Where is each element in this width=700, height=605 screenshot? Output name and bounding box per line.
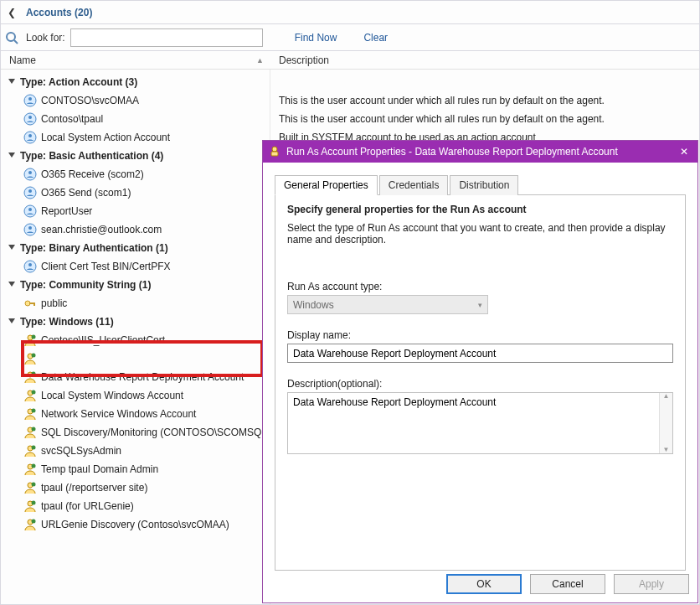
account-row[interactable]: tpaul (/reportserver site)	[1, 478, 270, 497]
run-as-type-value: Windows	[293, 299, 334, 311]
svg-point-39	[32, 446, 36, 450]
page-title: Accounts (20)	[23, 7, 92, 18]
account-icon	[23, 406, 38, 421]
account-icon	[23, 185, 38, 200]
svg-marker-25	[8, 318, 15, 323]
svg-point-6	[28, 116, 32, 119]
column-header-name[interactable]: Name ▲	[1, 54, 270, 66]
svg-point-37	[32, 427, 36, 432]
account-row[interactable]: O365 Send (scom1)	[1, 184, 270, 202]
account-label: tpaul (/reportserver site)	[41, 482, 147, 494]
tab-distribution[interactable]: Distribution	[450, 175, 518, 195]
account-row[interactable]: Contoso\tpaul	[1, 110, 270, 128]
account-row[interactable]: Local System Windows Account	[1, 386, 270, 405]
group-row[interactable]: Type: Binary Authentication (1)	[1, 239, 270, 257]
account-row[interactable]: URLGenie Discovery (Contoso\svcOMAA)	[1, 515, 270, 534]
search-bar: Look for: Find Now Clear	[1, 24, 699, 51]
account-row[interactable]: SQL Discovery/Monitoring (CONTOSO\SCOMSQ…	[1, 423, 270, 442]
column-header-description[interactable]: Description	[270, 54, 329, 66]
group-row[interactable]: Type: Action Account (3)	[1, 73, 270, 91]
account-row[interactable]: public	[1, 294, 270, 313]
tab-general-properties[interactable]: General Properties	[275, 175, 378, 195]
svg-marker-18	[8, 245, 15, 250]
svg-point-35	[32, 409, 36, 413]
account-row[interactable]: O365 Receive (scom2)	[1, 165, 270, 184]
account-row[interactable]: ReportUser	[1, 202, 270, 220]
svg-line-1	[14, 40, 18, 44]
search-icon	[4, 30, 19, 45]
account-row[interactable]: sean.christie@outlook.com	[1, 220, 270, 239]
account-icon	[23, 499, 38, 514]
account-row[interactable]: Network Service Windows Account	[1, 405, 270, 423]
account-row[interactable]: Client Cert Test BIN/CertPFX	[1, 257, 270, 276]
desc-cell	[270, 73, 699, 91]
description-textarea[interactable]: Data Warehouse Report Deployment Account…	[287, 392, 673, 454]
account-row[interactable]: Local System Action Account	[1, 128, 270, 147]
search-input[interactable]	[70, 28, 263, 47]
account-label: Local System Action Account	[41, 132, 170, 143]
textarea-scrollbar[interactable]: ▲ ▼	[659, 393, 672, 453]
account-label: Client Cert Test BIN/CertPFX	[41, 261, 171, 272]
svg-point-33	[32, 390, 36, 395]
expand-caret-icon	[8, 77, 18, 87]
account-icon	[23, 388, 38, 403]
dialog-tabs: General Properties Credentials Distribut…	[275, 174, 686, 195]
account-icon	[23, 462, 38, 477]
svg-point-17	[28, 226, 32, 230]
account-row[interactable]: CONTOSO\svcOMAA	[1, 91, 270, 110]
close-icon: ✕	[680, 146, 688, 158]
svg-point-13	[28, 189, 32, 193]
dialog-close-button[interactable]: ✕	[671, 141, 697, 163]
account-row[interactable]: Temp tpaul Domain Admin	[1, 460, 270, 478]
cancel-button[interactable]: Cancel	[530, 574, 605, 594]
account-label: SQL Discovery/Monitoring (CONTOSO\SCOMSQ…	[41, 427, 270, 438]
panel-heading: Specify general properties for the Run A…	[287, 204, 673, 215]
svg-point-11	[28, 171, 32, 174]
highlight-annotation	[21, 340, 264, 377]
lookfor-label: Look for:	[24, 32, 65, 44]
svg-point-41	[32, 464, 36, 468]
run-as-account-properties-dialog: Run As Account Properties - Data Warehou…	[262, 140, 698, 603]
panel-helper-text: Select the type of Run As account that y…	[287, 222, 673, 246]
clear-button[interactable]: Clear	[357, 32, 394, 44]
account-icon	[23, 259, 38, 274]
tab-credentials[interactable]: Credentials	[379, 175, 449, 195]
group-label: Type: Windows (11)	[20, 316, 114, 328]
group-row[interactable]: Type: Windows (11)	[1, 313, 270, 331]
run-as-type-label: Run As account type:	[287, 281, 673, 292]
svg-marker-21	[8, 282, 15, 287]
display-name-label: Display name:	[287, 329, 673, 341]
account-label: public	[41, 297, 67, 309]
display-name-input[interactable]	[287, 344, 673, 363]
account-icon	[23, 443, 38, 458]
group-label: Type: Action Account (3)	[20, 76, 137, 88]
column-header-row: Name ▲ Description	[1, 51, 699, 70]
title-text: Accounts	[26, 7, 72, 18]
back-button[interactable]: ❮	[1, 1, 23, 24]
title-count: (20)	[75, 7, 92, 18]
dialog-titlebar[interactable]: Run As Account Properties - Data Warehou…	[263, 141, 697, 163]
desc-cell: This is the user account under which all…	[270, 91, 699, 110]
apply-button[interactable]: Apply	[614, 574, 689, 594]
svg-point-0	[7, 33, 15, 41]
account-label: O365 Receive (scom2)	[41, 168, 144, 180]
account-icon	[23, 425, 38, 440]
chevron-left-icon: ❮	[8, 7, 16, 18]
svg-point-48	[272, 147, 277, 152]
find-now-button[interactable]: Find Now	[288, 32, 344, 44]
account-label: Network Service Windows Account	[41, 408, 196, 420]
account-label: svcSQLSysAdmin	[41, 445, 121, 457]
ok-button[interactable]: OK	[446, 574, 522, 594]
group-row[interactable]: Type: Community String (1)	[1, 276, 270, 294]
account-row[interactable]: svcSQLSysAdmin	[1, 442, 270, 460]
account-row[interactable]: tpaul (for URLGenie)	[1, 497, 270, 515]
sort-ascending-icon: ▲	[256, 56, 264, 65]
dialog-title: Run As Account Properties - Data Warehou…	[281, 146, 618, 158]
svg-rect-24	[33, 302, 35, 306]
group-row[interactable]: Type: Basic Authentication (4)	[1, 147, 270, 165]
account-icon	[23, 480, 38, 495]
account-icon	[23, 93, 38, 108]
account-icon	[23, 296, 38, 311]
svg-point-47	[32, 520, 36, 524]
expand-caret-icon	[8, 317, 18, 327]
